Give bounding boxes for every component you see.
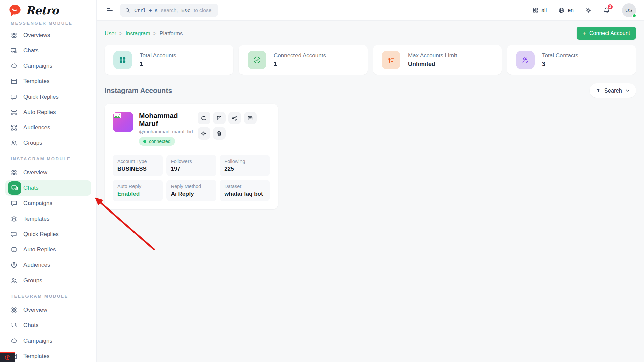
online-status-dot: [632, 14, 636, 18]
theme-toggle-button[interactable]: [585, 7, 592, 14]
language-label: en: [568, 7, 574, 13]
document-button[interactable]: [244, 112, 257, 124]
global-search-input[interactable]: Ctrl + K search, Esc to close: [120, 4, 218, 17]
tile-label: Account Type: [117, 159, 158, 164]
sidebar-item-label: Overviews: [23, 32, 50, 39]
sidebar-item-label: Chats: [23, 185, 38, 191]
brand-logo-icon: [8, 3, 22, 17]
laravel-icon: [5, 355, 11, 361]
section-label-telegram: TELEGRAM MODULE: [5, 294, 91, 299]
stat-card-max-accounts-limit: Max Accounts LimitUnlimited: [373, 45, 502, 75]
share-icon: [231, 115, 238, 121]
sidebar-item-instagram-templates[interactable]: Templates: [5, 211, 91, 227]
laravel-debugbar-button[interactable]: [0, 352, 15, 362]
status-badge: connected: [139, 137, 175, 146]
sidebar-item-messenger-groups[interactable]: Groups: [5, 135, 91, 151]
stat-card-total-accounts: Total Accounts1: [105, 45, 233, 75]
tile-value: 225: [224, 166, 265, 172]
layers-icon: [10, 215, 18, 223]
plus-icon: +: [583, 30, 586, 37]
sidebar-item-instagram-chats[interactable]: Chats: [5, 180, 91, 196]
share-button[interactable]: [228, 112, 241, 124]
gear-button[interactable]: [198, 127, 210, 140]
layout-icon: [10, 77, 18, 85]
users-line-icon: [10, 277, 18, 285]
sidebar-item-instagram-quick-replies[interactable]: Quick Replies: [5, 227, 91, 242]
speech-icon: [10, 199, 18, 207]
status-label: connected: [149, 139, 171, 144]
account-stat-account-type: Account TypeBUSINESS: [113, 155, 163, 176]
main-column: Ctrl + K search, Esc to close all en: [97, 0, 644, 362]
sidebar-item-messenger-templates[interactable]: Templates: [5, 74, 91, 89]
sidebar-item-messenger-chats[interactable]: Chats: [5, 43, 91, 58]
globe-icon: [558, 7, 565, 14]
account-stat-dataset: Datasetwhatai faq bot: [220, 180, 270, 201]
language-selector[interactable]: en: [558, 7, 574, 14]
sidebar-item-messenger-auto-replies[interactable]: Auto Replies: [5, 105, 91, 120]
search-shortcut-close: Esc: [181, 8, 190, 13]
chat-icon: [8, 181, 21, 195]
search-filter-button[interactable]: Search: [590, 83, 636, 98]
tile-label: Followers: [171, 159, 212, 164]
hamburger-icon: [106, 6, 114, 14]
sidebar-item-telegram-templates[interactable]: Templates: [5, 349, 91, 362]
breadcrumb-separator: >: [153, 30, 157, 37]
brand[interactable]: Retro: [0, 0, 96, 21]
chat-dots-icon: [10, 93, 18, 101]
sidebar-item-instagram-auto-replies[interactable]: Auto Replies: [5, 242, 91, 257]
frame-dots-icon: [10, 124, 18, 132]
sort-asc-icon: [387, 56, 395, 64]
chat-icon: [10, 321, 18, 329]
topbar-right: all en 3: [532, 3, 636, 17]
sidebar-item-label: Chats: [23, 47, 38, 54]
sidebar-item-label: Templates: [23, 78, 49, 85]
sidebar-item-instagram-overview[interactable]: Overview: [5, 165, 91, 180]
sidebar-nav: MESSENGER MODULEOverviewsChatsCampaignsT…: [0, 21, 96, 362]
sidebar-toggle-button[interactable]: [105, 5, 115, 15]
stat-label: Max Accounts Limit: [408, 52, 457, 59]
sidebar-item-telegram-chats[interactable]: Chats: [5, 318, 91, 333]
sidebar-item-messenger-audiences[interactable]: Audiences: [5, 120, 91, 135]
notifications-button[interactable]: 3: [603, 7, 610, 14]
sidebar-item-label: Campaigns: [23, 338, 52, 344]
section-label-messenger: MESSENGER MODULE: [5, 21, 91, 25]
sidebar-item-instagram-audiences[interactable]: Audiences: [5, 257, 91, 273]
sidebar-item-instagram-groups[interactable]: Groups: [5, 273, 91, 288]
tile-label: Reply Method: [171, 184, 212, 189]
status-dot: [143, 140, 146, 143]
sidebar-item-messenger-quick-replies[interactable]: Quick Replies: [5, 89, 91, 105]
trash-button[interactable]: [213, 127, 226, 140]
stat-card-total-contacts: Total Contacts3: [507, 45, 636, 75]
sidebar-item-telegram-overview[interactable]: Overview: [5, 302, 91, 318]
grid-circles-icon: [10, 169, 18, 177]
sidebar-item-label: Auto Replies: [23, 109, 56, 116]
page-title: Instagram Accounts: [105, 86, 172, 95]
message-dots-button[interactable]: [198, 112, 210, 124]
scope-selector[interactable]: all: [532, 7, 547, 13]
sun-icon: [585, 7, 592, 14]
breadcrumb-platforms: Platforms: [160, 30, 183, 37]
sidebar-item-messenger-overviews[interactable]: Overviews: [5, 27, 91, 43]
breadcrumb-user[interactable]: User: [105, 30, 116, 37]
account-stat-reply-method: Reply MethodAi Reply: [166, 180, 217, 201]
tile-value: Ai Reply: [171, 191, 212, 197]
external-link-button[interactable]: [213, 112, 226, 124]
breadcrumb-instagram[interactable]: Instagram: [125, 30, 150, 37]
user-avatar[interactable]: US: [622, 3, 636, 17]
document-icon: [247, 115, 253, 121]
broken-image-icon: [114, 113, 121, 118]
sidebar-item-label: Quick Replies: [23, 94, 59, 100]
tile-value: whatai faq bot: [224, 191, 265, 197]
stats-row: Total Accounts1Connected Accounts1Max Ac…: [105, 45, 636, 75]
sidebar: Retro MESSENGER MODULEOverviewsChatsCamp…: [0, 0, 97, 362]
sidebar-item-label: Audiences: [23, 262, 50, 268]
connect-account-button[interactable]: + Connect Account: [577, 27, 636, 40]
external-link-icon: [216, 115, 222, 121]
sidebar-item-messenger-campaigns[interactable]: Campaigns: [5, 58, 91, 74]
chat-smile-icon: [10, 62, 18, 70]
command-icon: [10, 108, 18, 116]
breadcrumb-separator: >: [119, 30, 123, 37]
sidebar-item-instagram-campaigns[interactable]: Campaigns: [5, 196, 91, 211]
stat-label: Total Contacts: [542, 52, 578, 59]
sidebar-item-telegram-campaigns[interactable]: Campaigns: [5, 333, 91, 349]
